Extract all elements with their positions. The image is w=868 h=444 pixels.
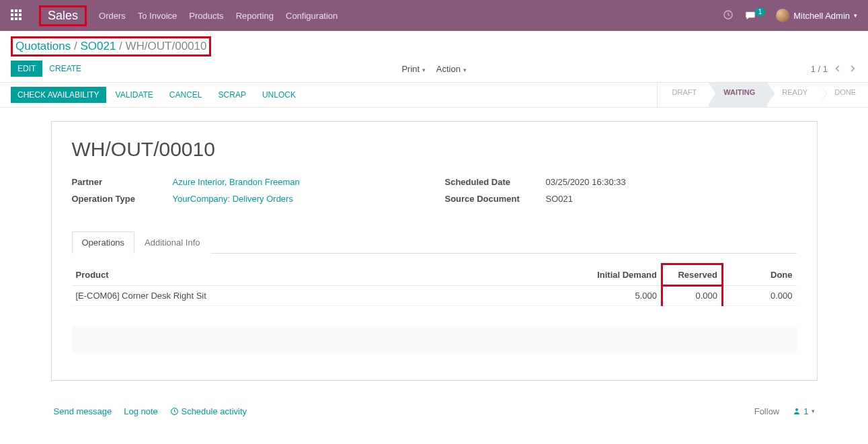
breadcrumb-sep: / xyxy=(119,40,125,52)
unlock-button[interactable]: UNLOCK xyxy=(255,87,303,103)
followers-count: 1 xyxy=(803,406,808,416)
breadcrumb-quotations[interactable]: Quotations xyxy=(15,40,71,52)
caret-down-icon: ▾ xyxy=(812,408,815,414)
print-label: Print xyxy=(401,64,420,74)
log-note-link[interactable]: Log note xyxy=(124,406,158,416)
field-partner: Partner Azure Interior, Brandon Freeman xyxy=(72,177,424,187)
nav-reporting[interactable]: Reporting xyxy=(236,11,274,21)
table-footer-strip xyxy=(72,326,797,353)
table-header-row: Product Initial Demand Reserved Done xyxy=(72,264,797,286)
schedule-activity-link[interactable]: Schedule activity xyxy=(170,406,247,416)
partner-value[interactable]: Azure Interior, Brandon Freeman xyxy=(173,177,300,187)
fields-row: Partner Azure Interior, Brandon Freeman … xyxy=(72,177,797,211)
user-icon xyxy=(793,407,801,415)
scrap-button[interactable]: SCRAP xyxy=(212,87,253,103)
caret-down-icon: ▾ xyxy=(463,67,467,73)
navbar-left: Sales Orders To Invoice Products Reporti… xyxy=(11,5,338,26)
field-operation-type: Operation Type YourCompany: Delivery Ord… xyxy=(72,194,424,204)
source-doc-value: SO021 xyxy=(546,194,573,204)
operations-table: Product Initial Demand Reserved Done [E-… xyxy=(72,263,797,306)
user-name: Mitchell Admin xyxy=(793,11,850,21)
form-sheet: WH/OUT/00010 Partner Azure Interior, Bra… xyxy=(51,121,818,381)
status-waiting-label: WAITING xyxy=(723,88,755,96)
followers[interactable]: 1 ▾ xyxy=(793,406,814,416)
field-source-document: Source Document SO021 xyxy=(445,194,797,204)
source-doc-label: Source Document xyxy=(445,194,546,204)
svg-point-2 xyxy=(795,408,798,411)
avatar xyxy=(776,9,789,22)
send-message-link[interactable]: Send message xyxy=(54,406,112,416)
nav-products[interactable]: Products xyxy=(189,11,223,21)
action-label: Action xyxy=(436,64,461,74)
page-title: WH/OUT/00010 xyxy=(72,138,797,161)
chat-icon[interactable]: 1 xyxy=(744,10,766,21)
app-brand[interactable]: Sales xyxy=(48,9,78,22)
check-availability-button[interactable]: CHECK AVAILABILITY xyxy=(11,87,106,103)
cancel-button[interactable]: CANCEL xyxy=(163,87,209,103)
status-waiting[interactable]: WAITING xyxy=(709,83,767,107)
action-dropdown[interactable]: Action ▾ xyxy=(432,61,471,77)
th-reserved: Reserved xyxy=(662,264,723,286)
status-draft[interactable]: DRAFT xyxy=(658,83,709,107)
th-initial-demand: Initial Demand xyxy=(555,264,662,286)
control-panel-center: Print ▾ Action ▾ xyxy=(397,61,470,77)
cell-initial-demand: 5.000 xyxy=(555,285,662,305)
tab-additional-info[interactable]: Additional Info xyxy=(134,231,210,254)
schedule-activity-label: Schedule activity xyxy=(181,406,247,416)
breadcrumb-current: WH/OUT/00010 xyxy=(126,40,207,52)
user-menu[interactable]: Mitchell Admin ▾ xyxy=(776,9,857,22)
operation-type-label: Operation Type xyxy=(72,194,173,204)
top-navbar: Sales Orders To Invoice Products Reporti… xyxy=(0,0,868,31)
status-done-label: DONE xyxy=(834,88,856,96)
operation-type-value[interactable]: YourCompany: Delivery Orders xyxy=(173,194,293,204)
caret-down-icon: ▾ xyxy=(854,12,857,19)
navbar-right: 1 Mitchell Admin ▾ xyxy=(723,9,857,22)
chatter: Send message Log note Schedule activity … xyxy=(51,401,818,422)
scheduled-date-value: 03/25/2020 16:30:33 xyxy=(546,177,626,187)
nav-configuration[interactable]: Configuration xyxy=(286,11,338,21)
status-ready[interactable]: READY xyxy=(767,83,820,107)
validate-button[interactable]: VALIDATE xyxy=(109,87,160,103)
chatter-actions: Send message Log note Schedule activity xyxy=(54,406,247,416)
nav-to-invoice[interactable]: To Invoice xyxy=(138,11,177,21)
th-done: Done xyxy=(723,264,797,286)
breadcrumb-so021[interactable]: SO021 xyxy=(80,40,116,52)
action-buttons: CHECK AVAILABILITY VALIDATE CANCEL SCRAP… xyxy=(0,83,313,107)
table-row[interactable]: [E-COM06] Corner Desk Right Sit 5.000 0.… xyxy=(72,285,797,305)
create-button[interactable]: CREATE xyxy=(42,61,88,77)
fields-col-left: Partner Azure Interior, Brandon Freeman … xyxy=(72,177,424,211)
breadcrumb-sep: / xyxy=(74,40,80,52)
brand-highlight: Sales xyxy=(39,5,87,26)
status-ready-label: READY xyxy=(782,88,807,96)
breadcrumb: Quotations / SO021 / WH/OUT/00010 xyxy=(15,40,206,52)
pager-prev-icon[interactable] xyxy=(833,64,842,73)
cell-done: 0.000 xyxy=(723,285,797,305)
field-scheduled-date: Scheduled Date 03/25/2020 16:30:33 xyxy=(445,177,797,187)
edit-button[interactable]: EDIT xyxy=(11,61,42,77)
control-panel: Quotations / SO021 / WH/OUT/00010 EDIT C… xyxy=(0,31,868,83)
cell-product: [E-COM06] Corner Desk Right Sit xyxy=(72,285,555,305)
chat-badge: 1 xyxy=(755,7,766,16)
clock-icon[interactable] xyxy=(723,9,734,22)
cell-reserved: 0.000 xyxy=(662,285,723,305)
chatter-right: Follow 1 ▾ xyxy=(754,406,815,416)
pager-next-icon[interactable] xyxy=(848,64,857,73)
scheduled-date-label: Scheduled Date xyxy=(445,177,546,187)
tabs: Operations Additional Info xyxy=(72,231,797,254)
breadcrumb-highlight: Quotations / SO021 / WH/OUT/00010 xyxy=(11,36,211,57)
follow-button[interactable]: Follow xyxy=(754,406,780,416)
status-done[interactable]: DONE xyxy=(820,83,868,107)
tab-operations[interactable]: Operations xyxy=(72,231,135,254)
action-status-bar: CHECK AVAILABILITY VALIDATE CANCEL SCRAP… xyxy=(0,83,868,108)
nav-orders[interactable]: Orders xyxy=(99,11,126,21)
apps-icon[interactable] xyxy=(11,9,23,22)
status-draft-label: DRAFT xyxy=(672,88,697,96)
sheet-background: WH/OUT/00010 Partner Azure Interior, Bra… xyxy=(0,108,868,381)
pager-text: 1 / 1 xyxy=(811,64,828,74)
control-panel-row: EDIT CREATE Print ▾ Action ▾ 1 / 1 xyxy=(11,61,857,82)
status-bar: DRAFT WAITING READY DONE xyxy=(657,83,868,107)
print-dropdown[interactable]: Print ▾ xyxy=(397,61,429,77)
pager: 1 / 1 xyxy=(811,64,857,74)
th-product: Product xyxy=(72,264,555,286)
caret-down-icon: ▾ xyxy=(422,67,426,73)
